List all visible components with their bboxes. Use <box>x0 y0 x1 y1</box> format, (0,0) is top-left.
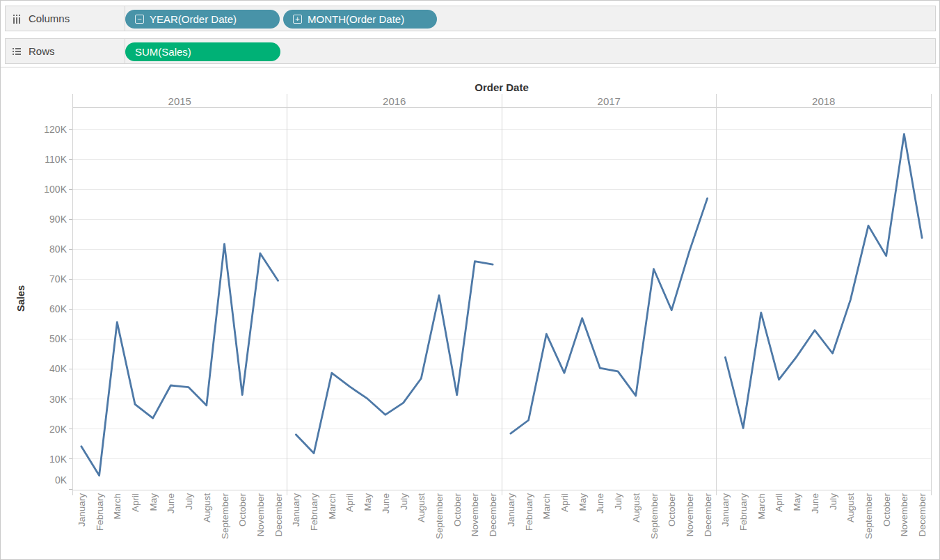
month-tick-label: February <box>95 493 105 531</box>
month-tick-label: December <box>273 493 284 537</box>
sales-line-2018 <box>725 134 922 429</box>
pill-month-order-date-label: MONTH(Order Date) <box>308 13 404 25</box>
month-tick-label: October <box>452 493 463 527</box>
month-tick-label: November <box>255 493 266 537</box>
month-tick-label: September <box>649 493 660 540</box>
month-tick-label: April <box>774 493 784 512</box>
month-tick-label: April <box>344 493 355 512</box>
pill-year-order-date-label: YEAR(Order Date) <box>150 13 237 25</box>
y-tick-label: 20K <box>49 424 67 435</box>
y-axis-title: Sales <box>15 285 26 312</box>
y-tick-label: 90K <box>49 214 67 225</box>
month-tick-label: August <box>631 493 642 522</box>
columns-pill-area: − YEAR(Order Date) + MONTH(Order Date) <box>125 6 935 31</box>
rows-shelf-label-cell: Rows <box>6 39 125 63</box>
month-tick-label: July <box>184 493 194 510</box>
month-tick-label: January <box>720 493 731 527</box>
month-tick-label: August <box>416 493 427 522</box>
expand-hierarchy-icon[interactable]: + <box>293 15 302 24</box>
sales-line-2016 <box>296 262 493 454</box>
year-header-label: 2016 <box>383 95 406 107</box>
column-header-title: Order Date <box>475 81 529 93</box>
y-tick-label: 100K <box>44 184 67 195</box>
month-tick-label: December <box>917 493 927 537</box>
month-tick-label: May <box>363 493 373 511</box>
month-tick-label: May <box>792 493 802 511</box>
month-tick-label: April <box>130 493 141 512</box>
month-tick-label: March <box>112 493 122 520</box>
rows-shelf: Rows SUM(Sales) <box>5 38 936 64</box>
month-tick-label: October <box>667 493 677 527</box>
month-tick-label: June <box>381 493 391 513</box>
month-tick-label: June <box>810 493 820 513</box>
year-header-label: 2018 <box>812 95 835 107</box>
pill-sum-sales[interactable]: SUM(Sales) <box>125 42 280 61</box>
month-tick-label: January <box>291 493 301 527</box>
tableau-worksheet-window: Columns − YEAR(Order Date) + MONTH(Order… <box>0 0 940 560</box>
collapse-hierarchy-icon[interactable]: − <box>135 15 144 24</box>
month-tick-label: December <box>488 493 498 537</box>
y-tick-label: 60K <box>49 303 67 314</box>
month-tick-label: January <box>77 493 87 527</box>
month-tick-label: May <box>148 493 159 511</box>
y-tick-label: 10K <box>49 454 67 465</box>
month-tick-label: June <box>166 493 176 513</box>
y-tick-label: 40K <box>49 363 67 374</box>
month-tick-label: April <box>559 493 570 512</box>
month-tick-label: October <box>237 493 248 527</box>
y-tick-label: 80K <box>49 243 67 255</box>
month-tick-label: December <box>703 493 713 537</box>
y-tick-label: 30K <box>49 394 67 405</box>
month-tick-label: February <box>524 493 534 531</box>
month-tick-label: January <box>506 493 516 527</box>
month-tick-label: November <box>470 493 480 537</box>
pill-year-order-date[interactable]: − YEAR(Order Date) <box>125 10 280 29</box>
month-tick-label: September <box>220 493 230 540</box>
month-tick-label: August <box>202 493 212 522</box>
pill-month-order-date[interactable]: + MONTH(Order Date) <box>283 10 437 29</box>
columns-shelf-label-cell: Columns <box>6 6 125 31</box>
month-tick-label: July <box>399 493 409 510</box>
sales-line-2017 <box>511 198 708 433</box>
y-tick-label: 120K <box>44 124 67 135</box>
month-tick-label: August <box>845 493 856 522</box>
month-tick-label: June <box>595 493 605 513</box>
month-tick-label: July <box>613 493 623 510</box>
y-tick-label: 0K <box>55 474 67 486</box>
year-header-label: 2015 <box>168 95 191 107</box>
month-tick-label: November <box>685 493 695 537</box>
month-tick-label: February <box>738 493 749 531</box>
y-tick-label: 70K <box>49 273 67 285</box>
year-header-label: 2017 <box>598 95 621 107</box>
month-tick-label: March <box>541 493 552 520</box>
month-tick-label: July <box>828 493 838 510</box>
month-tick-label: March <box>756 493 767 520</box>
y-tick-label: 50K <box>49 333 67 344</box>
month-tick-label: November <box>899 493 909 537</box>
y-tick-label: 110K <box>45 154 67 165</box>
month-tick-label: September <box>863 493 874 540</box>
columns-shelf-label: Columns <box>29 13 70 24</box>
month-tick-label: October <box>882 493 892 527</box>
pill-sum-sales-label: SUM(Sales) <box>135 46 191 58</box>
sales-line-2015 <box>81 244 278 476</box>
rows-pill-area: SUM(Sales) <box>125 39 935 63</box>
month-tick-label: September <box>434 493 445 540</box>
chart-region: 0K10K20K30K40K50K60K70K80K90K100K110K120… <box>1 67 939 559</box>
rows-shelf-label: Rows <box>29 45 55 57</box>
month-tick-label: May <box>577 493 588 511</box>
month-tick-label: February <box>309 493 319 531</box>
sales-by-month-year-line-chart[interactable]: 0K10K20K30K40K50K60K70K80K90K100K110K120… <box>1 67 940 560</box>
month-tick-label: March <box>327 493 337 520</box>
columns-icon <box>12 14 22 24</box>
columns-shelf: Columns − YEAR(Order Date) + MONTH(Order… <box>5 6 936 31</box>
rows-icon <box>12 47 22 56</box>
